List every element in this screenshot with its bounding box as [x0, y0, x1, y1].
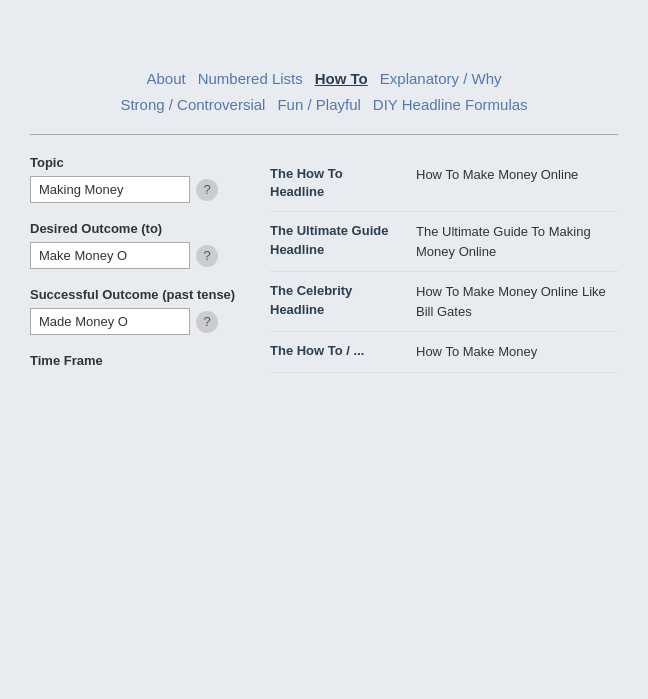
field-group-desired-outcome: Desired Outcome (to)? [30, 221, 250, 269]
headline-text: How To Make Money Online Like Bill Gates [416, 282, 618, 321]
nav-item-fun[interactable]: Fun / Playful [277, 96, 360, 113]
headline-type: The How To Headline [270, 165, 400, 201]
field-row-desired-outcome: ? [30, 242, 250, 269]
nav-item-explanatory-why[interactable]: Explanatory / Why [380, 70, 502, 87]
field-label-time-frame: Time Frame [30, 353, 250, 368]
field-label-successful-outcome: Successful Outcome (past tense) [30, 287, 250, 302]
nav-item-diy[interactable]: DIY Headline Formulas [373, 96, 528, 113]
right-panel: The How To HeadlineHow To Make Money Onl… [270, 155, 618, 392]
nav-item-strong[interactable]: Strong / Controversial [120, 96, 265, 113]
headline-row: The Ultimate Guide HeadlineThe Ultimate … [270, 212, 618, 272]
page-wrapper: AboutNumbered ListsHow ToExplanatory / W… [0, 0, 648, 412]
help-button-topic[interactable]: ? [196, 179, 218, 201]
section-divider [30, 134, 618, 135]
headline-row: The Celebrity HeadlineHow To Make Money … [270, 272, 618, 332]
primary-nav: AboutNumbered ListsHow ToExplanatory / W… [30, 70, 618, 88]
headline-row: The How To / ...How To Make Money [270, 332, 618, 373]
headline-text: The Ultimate Guide To Making Money Onlin… [416, 222, 618, 261]
field-label-topic: Topic [30, 155, 250, 170]
headline-type: The Celebrity Headline [270, 282, 400, 321]
input-desired-outcome[interactable] [30, 242, 190, 269]
field-row-successful-outcome: ? [30, 308, 250, 335]
field-label-desired-outcome: Desired Outcome (to) [30, 221, 250, 236]
content-area: Topic?Desired Outcome (to)?Successful Ou… [30, 155, 618, 392]
headline-row: The How To HeadlineHow To Make Money Onl… [270, 155, 618, 212]
headline-type: The Ultimate Guide Headline [270, 222, 400, 261]
help-button-desired-outcome[interactable]: ? [196, 245, 218, 267]
nav-item-about[interactable]: About [146, 70, 185, 87]
secondary-nav: Strong / ControversialFun / PlayfulDIY H… [30, 96, 618, 114]
help-button-successful-outcome[interactable]: ? [196, 311, 218, 333]
nav-item-numbered-lists[interactable]: Numbered Lists [198, 70, 303, 87]
input-topic[interactable] [30, 176, 190, 203]
field-group-time-frame: Time Frame [30, 353, 250, 374]
field-group-topic: Topic? [30, 155, 250, 203]
header [30, 20, 618, 70]
input-successful-outcome[interactable] [30, 308, 190, 335]
field-group-successful-outcome: Successful Outcome (past tense)? [30, 287, 250, 335]
headline-type: The How To / ... [270, 342, 400, 362]
left-panel: Topic?Desired Outcome (to)?Successful Ou… [30, 155, 250, 392]
field-row-topic: ? [30, 176, 250, 203]
nav-item-how-to[interactable]: How To [315, 70, 368, 87]
headline-text: How To Make Money [416, 342, 618, 362]
headline-text: How To Make Money Online [416, 165, 618, 201]
